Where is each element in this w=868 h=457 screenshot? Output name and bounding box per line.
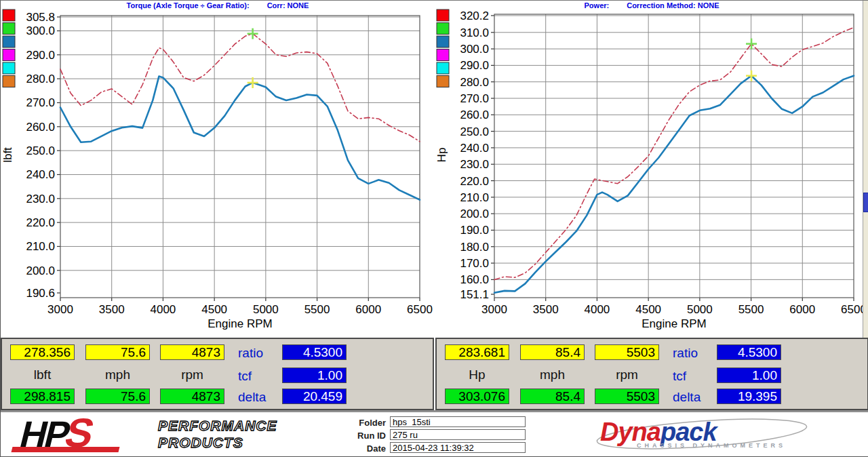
power-ratio-label: ratio <box>673 346 713 361</box>
right-scrollbar-thumb[interactable] <box>863 193 868 212</box>
power-live-value: 283.681 <box>445 344 509 360</box>
svg-text:230.0: 230.0 <box>26 193 55 205</box>
power-speed-label: mph <box>520 367 585 382</box>
torque-delta-value: 20.459 <box>282 389 347 404</box>
torque-chart-panel: Torque (Axle Torque ÷ Gear Ratio): Corr:… <box>1 1 435 338</box>
torque-rpm-label: rpm <box>160 367 224 382</box>
svg-text:170.0: 170.0 <box>460 257 489 270</box>
svg-text:240.0: 240.0 <box>460 142 489 155</box>
folder-field-row: Folder <box>319 416 530 429</box>
svg-text:5000: 5000 <box>687 303 713 316</box>
hps-tagline-line2: PRODUCTS <box>158 434 277 451</box>
svg-text:250.0: 250.0 <box>26 144 55 157</box>
svg-text:280.0: 280.0 <box>26 73 55 85</box>
svg-text:3500: 3500 <box>99 303 125 316</box>
right-scrollbar-track[interactable] <box>863 1 868 338</box>
dynapack-subtitle: CHASSIS DYNAMOMETERS <box>637 442 786 449</box>
run-id-input[interactable] <box>390 429 526 440</box>
torque-peak-mph: 75.6 <box>85 389 150 404</box>
torque-chart: 305.8300.0290.0280.0270.0260.0250.0240.0… <box>1 1 435 338</box>
torque-correction-status: Corr: NONE <box>267 1 309 9</box>
torque-live-mph: 75.6 <box>85 344 150 360</box>
torque-live-value: 278.356 <box>10 344 75 360</box>
svg-text:305.8: 305.8 <box>26 11 55 24</box>
svg-text:3000: 3000 <box>481 303 507 316</box>
svg-text:250.0: 250.0 <box>460 125 489 138</box>
svg-text:180.0: 180.0 <box>460 241 489 254</box>
torque-peak-rpm: 4873 <box>160 389 224 404</box>
svg-text:Hp: Hp <box>435 148 448 163</box>
svg-text:190.0: 190.0 <box>460 224 489 237</box>
hps-tagline: PERFORMANCE PRODUCTS <box>158 417 277 451</box>
svg-text:151.1: 151.1 <box>460 288 489 301</box>
footer-bar: HPS PERFORMANCE PRODUCTS Folder Run ID D… <box>1 410 868 457</box>
svg-text:6000: 6000 <box>789 303 815 316</box>
svg-text:190.6: 190.6 <box>26 287 55 300</box>
torque-chart-title: Torque (Axle Torque ÷ Gear Ratio): <box>127 1 250 9</box>
svg-text:230.0: 230.0 <box>460 158 489 171</box>
run-id-label: Run ID <box>319 431 386 441</box>
svg-text:6000: 6000 <box>355 303 381 316</box>
power-peak-value: 303.076 <box>445 389 509 404</box>
svg-text:200.0: 200.0 <box>26 264 55 277</box>
svg-text:3000: 3000 <box>47 303 73 316</box>
hps-tagline-line1: PERFORMANCE <box>158 417 277 434</box>
hps-logo: HPS <box>16 415 168 454</box>
svg-text:270.0: 270.0 <box>26 96 55 109</box>
svg-text:220.0: 220.0 <box>26 216 55 229</box>
power-peak-mph: 85.4 <box>520 389 585 404</box>
power-correction-status: Correction Method: NONE <box>627 1 719 9</box>
torque-tcf-value: 1.00 <box>282 367 347 383</box>
svg-text:300.0: 300.0 <box>460 43 489 56</box>
date-label: Date <box>319 443 386 454</box>
svg-text:lbft: lbft <box>1 147 14 163</box>
svg-text:270.0: 270.0 <box>460 92 489 105</box>
svg-text:290.0: 290.0 <box>460 59 489 72</box>
svg-text:280.0: 280.0 <box>460 76 489 89</box>
svg-text:210.0: 210.0 <box>26 240 55 253</box>
svg-text:200.0: 200.0 <box>460 207 489 220</box>
power-delta-value: 19.395 <box>717 389 781 404</box>
run-info-fields: Folder Run ID Date <box>319 416 530 455</box>
power-readout-panel: 283.681 85.4 5503 Hp mph rpm 303.076 85.… <box>435 338 868 410</box>
torque-unit-label: lbft <box>10 367 75 382</box>
dyno-software-window: Torque (Axle Torque ÷ Gear Ratio): Corr:… <box>0 0 868 457</box>
power-live-mph: 85.4 <box>520 344 585 360</box>
folder-input[interactable] <box>390 416 526 427</box>
svg-text:4500: 4500 <box>201 303 227 316</box>
svg-text:5500: 5500 <box>738 303 764 316</box>
svg-text:160.0: 160.0 <box>460 273 489 286</box>
svg-text:3500: 3500 <box>533 303 559 316</box>
power-tcf-label: tcf <box>673 369 713 384</box>
svg-text:290.0: 290.0 <box>26 49 55 62</box>
torque-speed-label: mph <box>85 367 150 382</box>
svg-text:4000: 4000 <box>151 303 176 316</box>
svg-text:260.0: 260.0 <box>460 108 489 121</box>
torque-peak-value: 298.815 <box>10 389 75 404</box>
power-live-rpm: 5503 <box>595 344 659 360</box>
torque-live-rpm: 4873 <box>160 344 224 360</box>
torque-ratio-value: 4.5300 <box>282 344 347 360</box>
torque-tcf-label: tcf <box>238 369 279 384</box>
power-chart: 320.2310.0300.0290.0280.0270.0260.0250.0… <box>435 1 868 338</box>
svg-text:4500: 4500 <box>635 303 661 316</box>
torque-delta-label: delta <box>238 390 279 405</box>
torque-chart-header: Torque (Axle Torque ÷ Gear Ratio): Corr:… <box>1 1 435 9</box>
torque-ratio-label: ratio <box>238 346 279 361</box>
svg-text:220.0: 220.0 <box>460 175 489 188</box>
power-tcf-value: 1.00 <box>717 367 781 383</box>
power-ratio-value: 4.5300 <box>717 344 781 360</box>
svg-text:210.0: 210.0 <box>460 191 489 204</box>
run-id-field-row: Run ID <box>319 429 530 442</box>
svg-text:300.0: 300.0 <box>26 24 55 37</box>
svg-text:Engine RPM: Engine RPM <box>642 317 706 330</box>
torque-readout-panel: 278.356 75.6 4873 lbft mph rpm 298.815 7… <box>1 338 434 410</box>
date-field-row: Date <box>319 442 530 455</box>
date-input[interactable] <box>390 442 526 453</box>
svg-text:4000: 4000 <box>585 303 610 316</box>
power-chart-panel: Power: Correction Method: NONE 320.2310.… <box>435 1 868 338</box>
power-rpm-label: rpm <box>595 367 659 382</box>
power-chart-header: Power: Correction Method: NONE <box>435 1 868 9</box>
svg-text:6500: 6500 <box>407 303 433 316</box>
power-unit-label: Hp <box>445 367 509 382</box>
